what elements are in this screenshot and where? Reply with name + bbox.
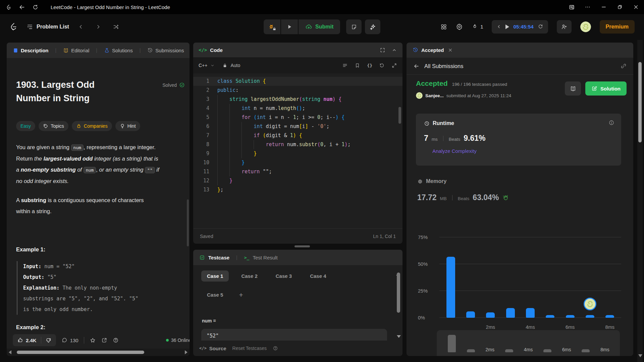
- browser-menu-icon[interactable]: [580, 0, 596, 14]
- expand-editor-icon[interactable]: [391, 63, 397, 68]
- page-scroll-thumb[interactable]: [638, 62, 642, 142]
- tab-submissions[interactable]: Submissions: [147, 48, 184, 53]
- code-line[interactable]: 8return num.substr(0, i + 1);: [193, 140, 402, 149]
- ai-assistant-button[interactable]: [365, 19, 380, 34]
- scroll-right-arrow[interactable]: [185, 350, 187, 354]
- leetcode-logo[interactable]: [9, 22, 18, 31]
- description-vertical-scroll-thumb[interactable]: [187, 199, 189, 246]
- code-line[interactable]: 2public:: [193, 86, 402, 95]
- feedback-question-icon[interactable]: [113, 337, 119, 343]
- code-line[interactable]: 9}: [193, 149, 402, 158]
- page-scroll-down-arrow[interactable]: [638, 354, 642, 357]
- memory-section[interactable]: Memory 17.72 MB Beats 63.04%: [417, 178, 509, 202]
- bracket-jump-icon[interactable]: {}: [367, 63, 372, 68]
- chart-range-selector[interactable]: 2ms4ms6ms8ms: [437, 330, 620, 356]
- code-line[interactable]: 6int digit = num[i] - '0';: [193, 122, 402, 131]
- code-editor[interactable]: 1class Solution {2public:3string largest…: [193, 73, 402, 229]
- add-case-button[interactable]: +: [236, 290, 246, 300]
- runtime-chart-bar[interactable]: [506, 308, 515, 318]
- runtime-chart-bar[interactable]: [586, 315, 594, 318]
- search-in-sidebar-button[interactable]: [564, 0, 580, 14]
- difficulty-badge[interactable]: Easy: [16, 121, 35, 131]
- bookmark-icon[interactable]: [355, 63, 360, 68]
- settings-gear-icon[interactable]: [456, 23, 463, 30]
- tab-solutions[interactable]: Solutions: [104, 48, 133, 53]
- comments-button[interactable]: 130: [61, 337, 78, 343]
- timer-play-icon[interactable]: [505, 24, 509, 29]
- language-selector[interactable]: C++: [199, 63, 207, 68]
- page-scrollbar[interactable]: [637, 40, 643, 362]
- horizontal-scroll-thumb[interactable]: [17, 351, 144, 354]
- notes-button[interactable]: [346, 19, 362, 34]
- timer-reset-icon[interactable]: [538, 24, 543, 29]
- testcase-help-icon[interactable]: [273, 346, 278, 351]
- reset-code-icon[interactable]: [379, 63, 385, 68]
- code-line[interactable]: 3string largestOddNumber(string num) {: [193, 95, 402, 104]
- tab-test-result[interactable]: Test Result: [253, 255, 277, 260]
- panel-resize-handle[interactable]: [294, 245, 310, 247]
- reset-testcases-button[interactable]: Reset Testcases: [232, 346, 267, 351]
- case-tab[interactable]: Case 3: [270, 270, 298, 282]
- fullscreen-icon[interactable]: [380, 47, 385, 53]
- case-tab[interactable]: Case 2: [235, 270, 263, 282]
- window-minimize-button[interactable]: [596, 0, 612, 14]
- format-code-icon[interactable]: [342, 63, 348, 68]
- daily-streak[interactable]: 1: [472, 23, 483, 30]
- collapse-panel-icon[interactable]: [391, 47, 397, 53]
- result-tab-label[interactable]: Accepted: [421, 47, 444, 53]
- code-line[interactable]: 12}: [193, 176, 402, 185]
- all-submissions-link[interactable]: All Submissions: [424, 63, 463, 69]
- scroll-left-arrow[interactable]: [9, 350, 11, 354]
- code-line[interactable]: 11return "";: [193, 167, 402, 176]
- next-problem-icon[interactable]: [95, 24, 101, 30]
- run-button[interactable]: [281, 19, 298, 34]
- copy-link-icon[interactable]: [621, 63, 627, 69]
- shuffle-icon[interactable]: [113, 23, 119, 30]
- code-line[interactable]: 5for (int i = n - 1; i >= 0; i--) {: [193, 113, 402, 122]
- prev-problem-icon[interactable]: [78, 24, 84, 30]
- like-button[interactable]: 2.4K: [13, 337, 41, 343]
- editorial-book-button[interactable]: [565, 81, 581, 96]
- window-close-button[interactable]: [628, 0, 644, 14]
- runtime-chart-bar[interactable]: [466, 311, 475, 318]
- language-chevron-icon[interactable]: [210, 63, 215, 68]
- runtime-info-icon[interactable]: [608, 120, 614, 126]
- timer-collapse-icon[interactable]: [496, 24, 501, 29]
- browser-back-icon[interactable]: [18, 4, 25, 11]
- runtime-chart-bar[interactable]: [546, 315, 554, 318]
- invite-user-button[interactable]: [557, 20, 572, 34]
- post-solution-button[interactable]: Solution: [585, 81, 627, 96]
- layout-grid-icon[interactable]: [440, 23, 447, 30]
- user-avatar[interactable]: [580, 21, 591, 32]
- tab-description[interactable]: Description: [13, 48, 49, 53]
- companies-badge[interactable]: Companies: [72, 121, 112, 131]
- runtime-chart-bar[interactable]: [605, 315, 614, 318]
- problem-list-button[interactable]: Problem List: [26, 23, 69, 30]
- code-line[interactable]: 13};: [193, 185, 402, 194]
- favorite-star-icon[interactable]: [90, 337, 96, 344]
- testcase-scroll-thumb[interactable]: [397, 273, 400, 313]
- case-tab[interactable]: Case 1: [201, 270, 229, 282]
- premium-button[interactable]: Premium: [600, 20, 635, 34]
- timer-widget[interactable]: 05:45:54: [492, 20, 548, 34]
- tab-testcase[interactable]: Testcase: [208, 255, 229, 260]
- share-icon[interactable]: [101, 337, 107, 343]
- case-tab[interactable]: Case 4: [304, 270, 332, 282]
- case-tab[interactable]: Case 5: [201, 289, 229, 300]
- back-arrow-icon[interactable]: [413, 63, 420, 69]
- submit-button[interactable]: Submit: [299, 19, 340, 34]
- hint-badge[interactable]: Hint: [115, 121, 140, 131]
- autocomplete-toggle[interactable]: Auto: [230, 63, 240, 68]
- analyze-complexity-link[interactable]: Analyze Complexity: [424, 148, 613, 154]
- scroll-down-arrow[interactable]: [397, 335, 401, 338]
- code-line[interactable]: 10}: [193, 158, 402, 167]
- browser-reload-icon[interactable]: [32, 4, 39, 10]
- code-line[interactable]: 7if (digit & 1) {: [193, 131, 402, 140]
- debug-button[interactable]: [264, 19, 280, 34]
- tab-editorial[interactable]: Editorial: [63, 48, 89, 53]
- horizontal-scrollbar[interactable]: [7, 349, 190, 356]
- runtime-chart-bar[interactable]: [446, 257, 455, 318]
- runtime-chart-bar[interactable]: [526, 308, 535, 318]
- source-button[interactable]: </> Source: [199, 346, 226, 351]
- code-line[interactable]: 4int n = num.length();: [193, 104, 402, 113]
